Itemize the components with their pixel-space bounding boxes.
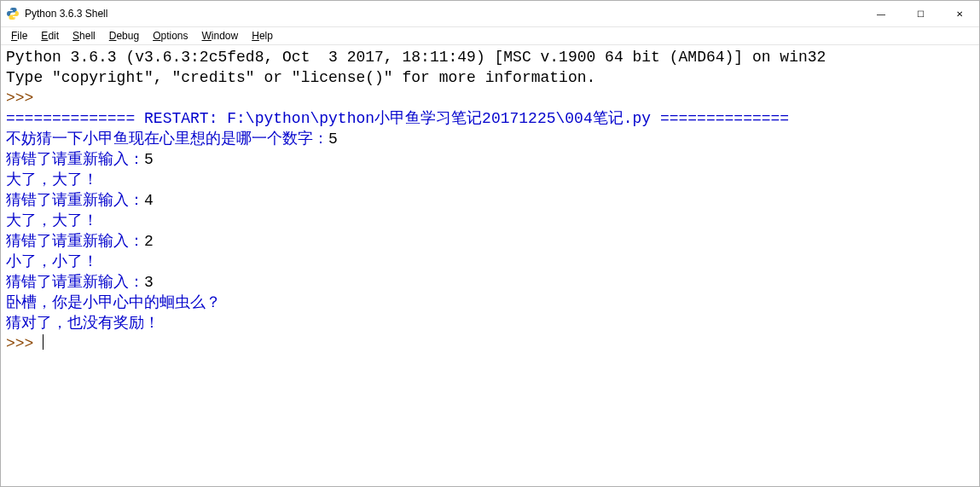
retry-prompt-3: 猜错了请重新输入：	[6, 233, 144, 250]
user-input-4: 2	[144, 233, 154, 250]
menubar: File Edit Shell Debug Options Window Hel…	[1, 27, 979, 45]
user-input-1: 5	[328, 130, 338, 148]
feedback-big-1: 大了，大了！	[6, 171, 98, 188]
menu-shell[interactable]: Shell	[66, 29, 102, 43]
prompt-final: >>>	[6, 335, 43, 352]
menu-file[interactable]: File	[4, 29, 34, 43]
retry-prompt-1: 猜错了请重新输入：	[6, 151, 144, 168]
python-icon	[6, 7, 20, 20]
banner-line-2: Type "copyright", "credits" or "license(…	[6, 69, 595, 86]
minimize-button[interactable]: —	[861, 1, 901, 26]
menu-window[interactable]: Window	[195, 29, 246, 43]
retry-prompt-4: 猜错了请重新输入：	[6, 274, 144, 291]
window-controls: — ☐ ✕	[861, 1, 979, 26]
menu-options[interactable]: Options	[146, 29, 194, 43]
app-window: Python 3.6.3 Shell — ☐ ✕ File Edit Shell…	[0, 0, 980, 487]
restart-line: ============== RESTART: F:\python\python…	[6, 110, 789, 127]
window-title: Python 3.6.3 Shell	[25, 8, 107, 20]
titlebar[interactable]: Python 3.6.3 Shell — ☐ ✕	[1, 1, 979, 27]
success-line-1: 卧槽，你是小甲心中的蛔虫么？	[6, 294, 221, 311]
program-prompt-1: 不妨猜一下小甲鱼现在心里想的是哪一个数字：	[6, 130, 328, 148]
menu-edit[interactable]: Edit	[34, 29, 66, 43]
success-line-2: 猜对了，也没有奖励！	[6, 315, 159, 332]
close-button[interactable]: ✕	[940, 1, 979, 26]
feedback-small: 小了，小了！	[6, 253, 98, 270]
titlebar-left: Python 3.6.3 Shell	[6, 7, 107, 20]
prompt: >>>	[6, 90, 43, 107]
user-input-3: 4	[144, 192, 154, 209]
cursor	[43, 334, 43, 350]
user-input-5: 3	[144, 274, 154, 291]
menu-debug[interactable]: Debug	[102, 29, 146, 43]
feedback-big-2: 大了，大了！	[6, 212, 98, 229]
console-output[interactable]: Python 3.6.3 (v3.6.3:2c5fed8, Oct 3 2017…	[1, 45, 979, 486]
retry-prompt-2: 猜错了请重新输入：	[6, 192, 144, 209]
banner-line-1: Python 3.6.3 (v3.6.3:2c5fed8, Oct 3 2017…	[6, 49, 826, 66]
menu-help[interactable]: Help	[245, 29, 280, 43]
user-input-2: 5	[144, 151, 154, 168]
maximize-button[interactable]: ☐	[901, 1, 940, 26]
